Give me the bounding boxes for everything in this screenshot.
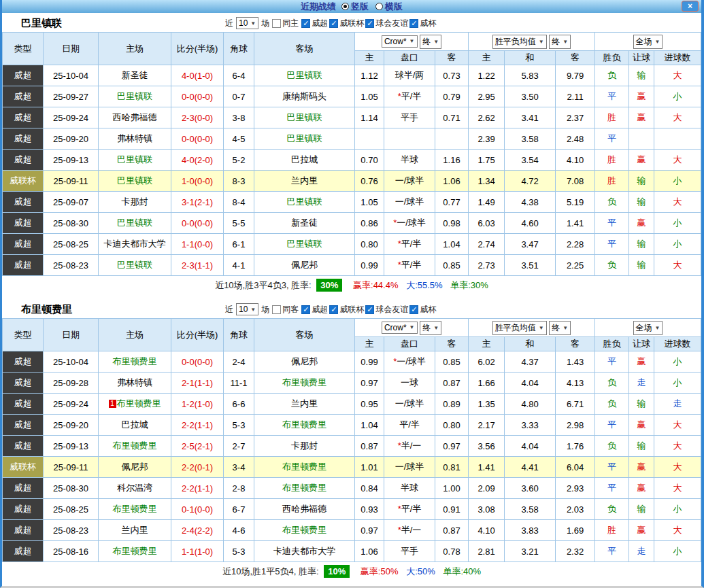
result-cell: 胜 xyxy=(595,150,629,171)
checkbox-unchecked-icon[interactable] xyxy=(272,19,281,28)
corner-cell: 11-1 xyxy=(224,373,254,394)
same-venue-filter[interactable]: 同客 xyxy=(272,304,299,315)
handicap-cell: 半球 xyxy=(384,150,435,171)
league-filter[interactable]: 威杯 xyxy=(409,304,436,315)
corner-cell: 6-7 xyxy=(224,499,254,520)
league-filter[interactable]: 球会友谊 xyxy=(365,18,408,29)
odds-home-cell: 0.95 xyxy=(355,394,384,415)
checkbox-checked-icon[interactable] xyxy=(365,305,374,314)
match-row: 威超25-08-30科尔温湾2-2(1-1)2-8布里顿费里0.84半球1.00… xyxy=(3,478,701,499)
score-cell: 2-3(1-1) xyxy=(171,255,224,276)
league-filter[interactable]: 威杯 xyxy=(409,18,436,29)
corner-cell: 3-8 xyxy=(224,107,254,128)
avg-draw-cell: 4.38 xyxy=(505,192,556,213)
handicap-cell: 一/球半 xyxy=(384,171,435,192)
handicap-cell: *平/半 xyxy=(384,86,435,107)
checkbox-checked-icon[interactable] xyxy=(365,19,374,28)
league-type-cell: 威联杯 xyxy=(3,171,44,192)
home-team-cell: 布里顿费里 xyxy=(99,541,171,562)
chevron-down-icon: ▼ xyxy=(539,325,544,331)
avg-home-cell: 1.35 xyxy=(469,394,505,415)
checkbox-checked-icon[interactable] xyxy=(301,305,310,314)
match-row: 威联杯25-09-11佩尼邦2-2(0-1)3-4布里顿费里1.01一/球半0.… xyxy=(3,457,701,478)
odds-home-cell: 0.97 xyxy=(355,373,384,394)
page-title: 近期战绩 xyxy=(301,1,336,13)
odds-home-cell: 1.06 xyxy=(355,541,384,562)
profit-rate-text: 赢率:50% xyxy=(361,566,399,576)
result-cell: 胜 xyxy=(595,107,629,128)
checkbox-checked-icon[interactable] xyxy=(329,305,338,314)
layout-radio-option[interactable]: 横版 xyxy=(375,1,403,13)
avg-select-cell: 胜平负均值▼ 终▼ xyxy=(469,33,595,51)
bookmaker-select[interactable]: Crow*▼ xyxy=(382,35,418,48)
match-row: 威超25-09-241布里顿费里1-2(1-0)6-6兰内里0.95一/球半0.… xyxy=(3,394,701,415)
scope-select[interactable]: 全场▼ xyxy=(633,35,663,49)
layout-radio-option[interactable]: 竖版 xyxy=(341,1,369,13)
score-cell: 1-1(1-0) xyxy=(171,541,224,562)
league-label: 球会友谊 xyxy=(375,18,408,29)
home-team-cell: 科尔温湾 xyxy=(99,478,171,499)
bookmaker-select[interactable]: Crow*▼ xyxy=(382,322,418,334)
avg-type-select[interactable]: 胜平负均值▼ xyxy=(492,321,547,335)
checkbox-checked-icon[interactable] xyxy=(409,305,418,314)
home-team-cell: 新圣徒 xyxy=(99,65,171,86)
handicap-result-cell: 走 xyxy=(629,541,654,562)
league-filter[interactable]: 威联杯 xyxy=(329,18,364,29)
away-favored-star: * xyxy=(398,440,401,451)
recent-count-select[interactable]: 10▼ xyxy=(236,303,258,315)
corner-cell: 2-4 xyxy=(224,351,254,373)
goals-result-cell: 小 xyxy=(654,373,701,394)
away-team-cell: 新圣徒 xyxy=(254,213,355,234)
league-filter[interactable]: 威联杯 xyxy=(329,304,364,315)
date-cell: 25-09-11 xyxy=(44,457,99,478)
league-type-cell: 威超 xyxy=(3,436,44,457)
odds-stage-select[interactable]: 终▼ xyxy=(420,321,441,335)
corner-cell: 6-4 xyxy=(224,65,254,86)
avg-stage-select[interactable]: 终▼ xyxy=(549,321,571,335)
league-filter[interactable]: 球会友谊 xyxy=(365,304,408,315)
sub-col-handicap-result: 让球 xyxy=(629,337,654,351)
corner-cell: 4-5 xyxy=(224,128,254,150)
league-filter[interactable]: 威超 xyxy=(301,18,328,29)
handicap-result-cell: 赢 xyxy=(629,86,654,107)
recent-count-value: 10 xyxy=(239,18,248,28)
checkbox-checked-icon[interactable] xyxy=(301,19,310,28)
recent-count-select[interactable]: 10▼ xyxy=(236,17,258,29)
radio-selected-icon[interactable] xyxy=(341,3,349,10)
goals-result-cell: 小 xyxy=(654,541,701,562)
league-filter-group: 威超威联杯球会友谊威杯 xyxy=(301,304,436,315)
avg-stage-select[interactable]: 终▼ xyxy=(549,35,571,49)
league-type-cell: 威超 xyxy=(3,234,44,255)
odds-away-cell xyxy=(435,128,469,150)
away-team-cell: 布里顿费里 xyxy=(254,373,355,394)
odds-home-cell xyxy=(355,128,384,150)
same-venue-label: 同主 xyxy=(282,18,299,29)
checkbox-checked-icon[interactable] xyxy=(329,19,338,28)
away-team-cell: 布里顿费里 xyxy=(254,415,355,436)
sub-col-avg-draw: 和 xyxy=(505,337,556,351)
odds-stage-select[interactable]: 终▼ xyxy=(420,35,441,49)
avg-draw-cell: 3.21 xyxy=(505,541,556,562)
league-label: 威杯 xyxy=(420,304,436,315)
away-team-cell: 布里顿费里 xyxy=(254,520,355,541)
sub-col-handicap: 盘口 xyxy=(384,337,435,351)
checkbox-checked-icon[interactable] xyxy=(409,19,418,28)
home-team-cell: 兰内里 xyxy=(99,520,171,541)
league-type-cell: 威超 xyxy=(3,499,44,520)
scope-select[interactable]: 全场▼ xyxy=(633,321,663,335)
handicap-result-cell: 输 xyxy=(629,65,654,86)
same-venue-filter[interactable]: 同主 xyxy=(272,18,299,29)
score-cell: 4-0(2-0) xyxy=(171,150,224,171)
date-cell: 25-08-23 xyxy=(44,255,99,276)
away-team-cell: 兰内里 xyxy=(254,394,355,415)
close-icon[interactable]: × xyxy=(682,1,699,12)
avg-away-cell: 7.08 xyxy=(556,171,595,192)
avg-type-select[interactable]: 胜平负均值▼ xyxy=(492,35,547,49)
team-name: 布里顿费里 xyxy=(21,303,225,316)
radio-unselected-icon[interactable] xyxy=(375,3,383,10)
sub-col-goals: 进球数 xyxy=(654,51,701,65)
league-filter[interactable]: 威超 xyxy=(301,304,328,315)
checkbox-unchecked-icon[interactable] xyxy=(272,305,281,314)
col-score: 比分(半场) xyxy=(171,33,224,65)
handicap-result-cell: 赢 xyxy=(629,150,654,171)
